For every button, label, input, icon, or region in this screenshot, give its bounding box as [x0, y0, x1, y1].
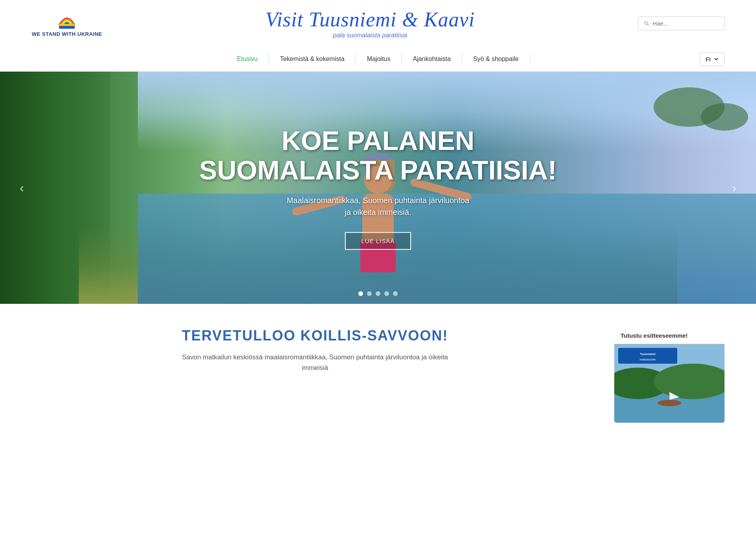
nav-item-tekemista[interactable]: Tekemistä & kokemista: [269, 52, 356, 66]
sidebar-card-title: Tutustu esitteeseemme!: [614, 327, 724, 344]
slider-prev-arrow[interactable]: ‹: [12, 177, 32, 199]
header-right: [638, 17, 724, 30]
slider-dot-1[interactable]: [358, 291, 363, 296]
search-input[interactable]: [652, 20, 719, 27]
site-title: Visit Tuusniemi & Kaavi: [102, 8, 638, 31]
slider-next-arrow[interactable]: ›: [724, 177, 744, 199]
hero-content: KOE PALANEN SUOMALAISTA PARATIISIA! Maal…: [189, 126, 567, 250]
site-title-area: Visit Tuusniemi & Kaavi pala suomalaista…: [102, 8, 638, 39]
svg-text:Tuusniemi: Tuusniemi: [640, 352, 655, 356]
nav-item-majoitus[interactable]: Majoitus: [356, 52, 402, 66]
nav-item-etusivu[interactable]: Etusivu: [226, 52, 269, 66]
slider-dot-5[interactable]: [393, 291, 398, 296]
slider-dots: [358, 291, 398, 296]
sidebar-card: Tutustu esitteeseemme! Tuusniemi matkail…: [614, 327, 724, 423]
ukraine-logo-icon: [55, 9, 79, 29]
island-right2: [701, 103, 748, 131]
slider-dot-4[interactable]: [384, 291, 389, 296]
svg-rect-0: [59, 26, 75, 29]
site-subtitle: pala suomalaista paratiisia: [102, 32, 638, 39]
ukraine-support-text: WE STAND WITH UKRAINE: [32, 31, 102, 38]
svg-rect-8: [618, 348, 677, 364]
welcome-description: Savon matkailun keskiössä maalaisromanti…: [177, 352, 453, 373]
svg-line-3: [647, 24, 649, 26]
logo-area: WE STAND WITH UKRAINE: [32, 9, 102, 38]
hero-cta-button[interactable]: LUE LISÄÄ: [345, 232, 411, 250]
below-hero-section: TERVETULLOO KOILLIS-SAVVOON! Savon matka…: [0, 304, 756, 438]
sidebar-card-area: Tutustu esitteeseemme! Tuusniemi matkail…: [614, 327, 724, 423]
nav-item-syo[interactable]: Syö & shoppaile: [462, 52, 530, 66]
hero-title: KOE PALANEN SUOMALAISTA PARATIISIA!: [189, 126, 567, 185]
search-icon: [644, 20, 649, 27]
header: WE STAND WITH UKRAINE Visit Tuusniemi & …: [0, 0, 756, 47]
slider-dot-3[interactable]: [376, 291, 380, 296]
welcome-title: TERVETULLOO KOILLIS-SAVVOON!: [32, 327, 598, 344]
language-selector[interactable]: FI: [700, 52, 724, 66]
sidebar-card-image[interactable]: Tuusniemi matkailuesite: [614, 344, 724, 423]
navbar: Etusivu Tekemistä & kokemista Majoitus A…: [0, 47, 756, 72]
nav-item-ajankohtaista[interactable]: Ajankohtaista: [402, 52, 462, 66]
svg-text:matkailuesite: matkailuesite: [640, 358, 656, 361]
chevron-down-icon: [714, 57, 719, 61]
svg-point-2: [645, 22, 647, 24]
search-box[interactable]: [638, 17, 724, 30]
slider-dot-2[interactable]: [367, 291, 372, 296]
hero-subtitle: Maalaisromantiikkaa, Suomen puhtainta jä…: [189, 194, 567, 218]
svg-point-11: [658, 400, 681, 406]
welcome-section: TERVETULLOO KOILLIS-SAVVOON! Savon matka…: [32, 327, 598, 423]
brochure-image-svg: Tuusniemi matkailuesite: [614, 344, 724, 423]
current-language: FI: [706, 56, 711, 63]
hero-slider: KOE PALANEN SUOMALAISTA PARATIISIA! Maal…: [0, 72, 756, 304]
svg-rect-1: [59, 24, 75, 26]
